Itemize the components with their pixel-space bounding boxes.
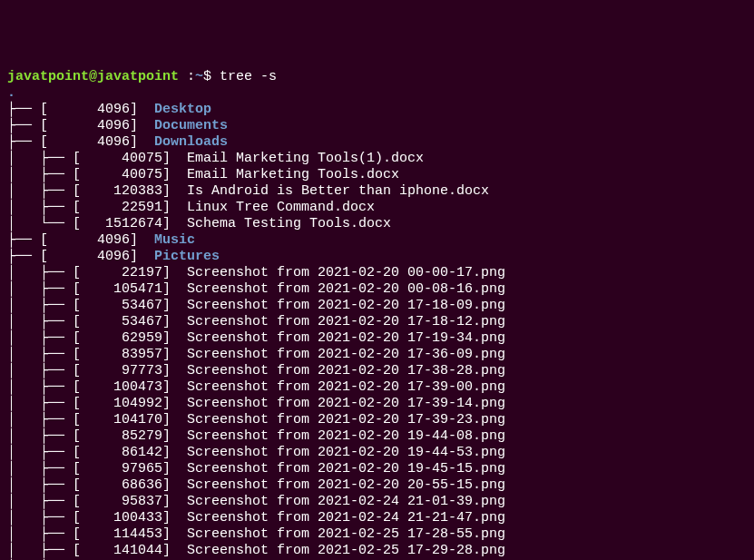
prompt-line[interactable]: javatpoint@javatpoint :~$ tree -s: [7, 69, 277, 84]
tree-row: ├── [ 4096] Desktop: [7, 102, 747, 118]
tree-name: Screenshot from 2021-02-20 17-19-34.png: [187, 330, 505, 346]
tree-name: Screenshot from 2021-02-20 00-00-17.png: [187, 265, 505, 280]
tree-prefix: │ └──: [7, 216, 73, 231]
tree-row: │ ├── [ 53467] Screenshot from 2021-02-2…: [7, 298, 747, 314]
tree-size: [ 100433]: [73, 510, 187, 526]
tree-row: │ ├── [ 22197] Screenshot from 2021-02-2…: [7, 265, 747, 281]
tree-name: Screenshot from 2021-02-20 17-36-09.png: [187, 347, 505, 362]
tree-prefix: │ ├──: [7, 396, 73, 411]
tree-size: [ 100473]: [73, 379, 187, 395]
tree-name: Screenshot from 2021-02-24 21-21-47.png: [187, 510, 505, 526]
tree-listing: ├── [ 4096] Desktop├── [ 4096] Documents…: [7, 102, 747, 560]
tree-name: Screenshot from 2021-02-20 17-18-09.png: [187, 298, 505, 313]
tree-name: Pictures: [154, 249, 220, 264]
prompt-user-host: javatpoint@javatpoint: [7, 69, 179, 84]
tree-name: Email Marketing Tools(1).docx: [187, 151, 424, 166]
tree-row: │ ├── [ 62959] Screenshot from 2021-02-2…: [7, 330, 747, 347]
tree-row: │ ├── [ 100473] Screenshot from 2021-02-…: [7, 379, 747, 396]
tree-name: Screenshot from 2021-02-25 17-29-28.png: [187, 543, 505, 558]
tree-name: Documents: [154, 118, 228, 133]
tree-name: Screenshot from 2021-02-20 17-39-23.png: [187, 412, 505, 427]
tree-size: [ 4096]: [40, 134, 154, 150]
tree-prefix: │ ├──: [7, 510, 73, 526]
tree-prefix: ├──: [7, 134, 40, 150]
tree-size: [ 4096]: [40, 232, 154, 248]
tree-prefix: │ ├──: [7, 265, 73, 280]
command-text: tree -s: [220, 69, 277, 84]
tree-row: │ ├── [ 100433] Screenshot from 2021-02-…: [7, 510, 747, 526]
tree-prefix: │ ├──: [7, 200, 73, 215]
tree-name: Screenshot from 2021-02-20 19-45-15.png: [187, 461, 505, 476]
tree-row: ├── [ 4096] Documents: [7, 118, 747, 134]
tree-prefix: │ ├──: [7, 543, 73, 558]
tree-prefix: │ ├──: [7, 494, 73, 509]
tree-prefix: ├──: [7, 118, 40, 133]
tree-row: │ ├── [ 120383] Is Android is Better tha…: [7, 183, 747, 200]
tree-size: [ 68636]: [73, 477, 187, 493]
tree-size: [ 4096]: [40, 102, 154, 117]
tree-prefix: │ ├──: [7, 363, 73, 378]
tree-row: ├── [ 4096] Downloads: [7, 134, 747, 151]
tree-name: Screenshot from 2021-02-25 17-28-55.png: [187, 526, 505, 542]
tree-row: ├── [ 4096] Music: [7, 232, 747, 249]
prompt-path: ~: [195, 69, 203, 84]
tree-size: [ 62959]: [73, 330, 187, 346]
tree-size: [ 104992]: [73, 396, 187, 411]
tree-prefix: │ ├──: [7, 314, 73, 329]
tree-size: [ 22591]: [73, 200, 187, 215]
tree-prefix: │ ├──: [7, 412, 73, 427]
tree-row: │ ├── [ 97965] Screenshot from 2021-02-2…: [7, 461, 747, 477]
tree-prefix: │ ├──: [7, 330, 73, 346]
tree-size: [ 40075]: [73, 167, 187, 182]
tree-size: [ 114453]: [73, 526, 187, 542]
tree-prefix: │ ├──: [7, 167, 73, 182]
tree-prefix: │ ├──: [7, 461, 73, 476]
tree-name: Screenshot from 2021-02-20 19-44-08.png: [187, 428, 505, 444]
tree-name: Screenshot from 2021-02-20 20-55-15.png: [187, 477, 505, 493]
tree-prefix: │ ├──: [7, 526, 73, 542]
tree-name: Screenshot from 2021-02-20 19-44-53.png: [187, 445, 505, 460]
tree-prefix: ├──: [7, 102, 40, 117]
tree-size: [ 86142]: [73, 445, 187, 460]
tree-prefix: │ ├──: [7, 379, 73, 395]
tree-prefix: ├──: [7, 249, 40, 264]
tree-prefix: │ ├──: [7, 281, 73, 297]
tree-name: Desktop: [154, 102, 211, 117]
tree-row: │ ├── [ 104170] Screenshot from 2021-02-…: [7, 412, 747, 428]
tree-row: │ ├── [ 83957] Screenshot from 2021-02-2…: [7, 347, 747, 363]
prompt-symbol: $: [203, 69, 220, 84]
tree-row: │ ├── [ 53467] Screenshot from 2021-02-2…: [7, 314, 747, 330]
tree-size: [ 40075]: [73, 151, 187, 166]
terminal-output: javatpoint@javatpoint :~$ tree -s . ├── …: [7, 69, 747, 560]
tree-size: [ 83957]: [73, 347, 187, 362]
tree-row: │ ├── [ 97773] Screenshot from 2021-02-2…: [7, 363, 747, 379]
tree-root: .: [7, 85, 15, 101]
tree-size: [ 97965]: [73, 461, 187, 476]
tree-row: │ ├── [ 141044] Screenshot from 2021-02-…: [7, 543, 747, 559]
tree-name: Linux Tree Command.docx: [187, 200, 375, 215]
tree-row: │ ├── [ 86142] Screenshot from 2021-02-2…: [7, 445, 747, 461]
tree-name: Screenshot from 2021-02-20 17-39-00.png: [187, 379, 505, 395]
prompt-separator: :: [179, 69, 195, 84]
tree-name: Screenshot from 2021-02-20 00-08-16.png: [187, 281, 505, 297]
tree-size: [ 4096]: [40, 118, 154, 133]
tree-size: [ 4096]: [40, 249, 154, 264]
tree-size: [ 120383]: [73, 183, 187, 199]
tree-prefix: │ ├──: [7, 477, 73, 493]
tree-name: Screenshot from 2021-02-20 17-38-28.png: [187, 363, 505, 378]
tree-row: │ ├── [ 104992] Screenshot from 2021-02-…: [7, 396, 747, 412]
tree-name: Screenshot from 2021-02-24 21-01-39.png: [187, 494, 505, 509]
tree-size: [ 95837]: [73, 494, 187, 509]
tree-name: Screenshot from 2021-02-20 17-18-12.png: [187, 314, 505, 329]
tree-prefix: │ ├──: [7, 428, 73, 444]
tree-prefix: │ ├──: [7, 298, 73, 313]
tree-name: Is Android is Better than iphone.docx: [187, 183, 489, 199]
tree-name: Downloads: [154, 134, 228, 150]
tree-name: Email Marketing Tools.docx: [187, 167, 399, 182]
tree-size: [ 22197]: [73, 265, 187, 280]
tree-row: │ ├── [ 40075] Email Marketing Tools.doc…: [7, 167, 747, 183]
tree-size: [ 85279]: [73, 428, 187, 444]
tree-size: [ 53467]: [73, 298, 187, 313]
tree-size: [ 97773]: [73, 363, 187, 378]
tree-row: │ ├── [ 22591] Linux Tree Command.docx: [7, 200, 747, 216]
